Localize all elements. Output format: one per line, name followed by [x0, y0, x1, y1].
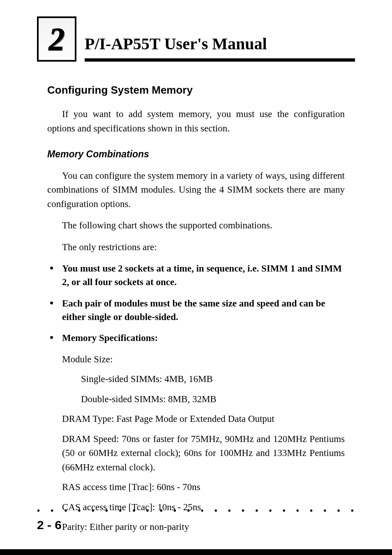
bottom-bar — [0, 549, 392, 555]
subsection-heading: Memory Combinations — [47, 147, 345, 161]
content-body: Configuring System Memory If you want to… — [37, 62, 355, 534]
restriction-item-2: Each pair of modules must be the same si… — [47, 297, 345, 324]
paragraph-3: The only restrictions are: — [47, 240, 345, 255]
page-number: 2 - 6 — [37, 518, 355, 532]
restriction-item-3: Memory Specifications: — [47, 331, 345, 345]
restriction-item-1: You must use 2 sockets at a time, in seq… — [47, 262, 345, 289]
paragraph-1: You can configure the system memory in a… — [47, 169, 345, 212]
single-sided-spec: Single-sided SIMMs: 4MB, 16MB — [81, 372, 345, 387]
page-header: 2 P/I-AP55T User's Manual — [37, 16, 355, 62]
paragraph-2: The following chart shows the supported … — [47, 219, 345, 233]
module-size-label: Module Size: — [62, 352, 345, 367]
page-footer: • • • • • • • • • • • • • • • • • • • • … — [37, 506, 355, 532]
intro-paragraph: If you want to add system memory, you mu… — [47, 107, 345, 136]
dram-speed-spec: DRAM Speed: 70ns or faster for 75MHz, 90… — [62, 432, 345, 475]
dram-type-spec: DRAM Type: Fast Page Mode or Extended Da… — [62, 412, 345, 426]
restriction-list: You must use 2 sockets at a time, in seq… — [47, 262, 345, 345]
ras-spec: RAS access time [Trac]: 60ns - 70ns — [62, 480, 345, 495]
footer-dots: • • • • • • • • • • • • • • • • • • • • … — [37, 506, 355, 516]
double-sided-spec: Double-sided SIMMs: 8MB, 32MB — [81, 392, 345, 407]
manual-page: 2 P/I-AP55T User's Manual Configuring Sy… — [0, 0, 392, 555]
document-title: P/I-AP55T User's Manual — [85, 34, 355, 57]
section-heading: Configuring System Memory — [47, 82, 345, 98]
title-rule — [85, 58, 355, 62]
chapter-number: 2 — [49, 23, 65, 55]
chapter-number-box: 2 — [37, 16, 76, 62]
title-wrap: P/I-AP55T User's Manual — [85, 34, 355, 62]
